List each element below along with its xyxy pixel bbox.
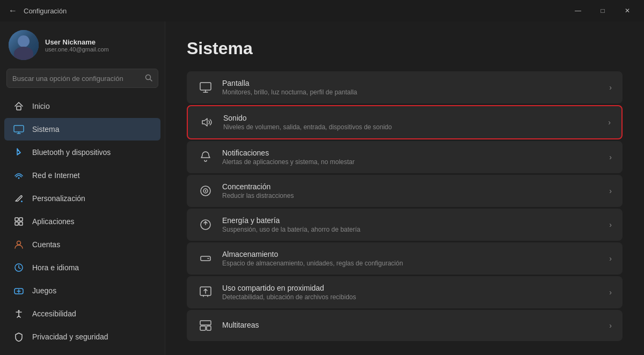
chevron-right-icon: ›: [609, 321, 612, 330]
content-area: Sistema Pantalla Monitores, brillo, luz …: [165, 21, 644, 355]
settings-item-title-concentracion: Concentración: [222, 182, 601, 191]
sidebar-item-label-accesibilidad: Accesibilidad: [32, 309, 76, 318]
sidebar-item-juegos[interactable]: Juegos: [4, 279, 160, 302]
apps-icon: [13, 216, 25, 227]
back-button[interactable]: ←: [9, 6, 17, 16]
home-icon: [13, 100, 25, 112]
settings-item-multitareas[interactable]: Multitareas ›: [187, 310, 623, 341]
shield-icon: [13, 331, 25, 343]
close-button[interactable]: ✕: [615, 2, 640, 19]
sidebar-item-accesibilidad[interactable]: Accesibilidad: [4, 302, 160, 325]
settings-item-text-compartido: Uso compartido en proximidad Detectabili…: [222, 284, 601, 301]
settings-item-text-sonido: Sonido Niveles de volumen, salida, entra…: [223, 114, 599, 131]
user-profile[interactable]: User Nickname user.one.40@gmail.com: [0, 21, 165, 66]
chevron-right-icon: ›: [609, 187, 612, 195]
svg-point-7: [21, 201, 23, 202]
settings-item-desc-sonido: Niveles de volumen, salida, entrada, dis…: [223, 123, 599, 131]
titlebar-left: ← Configuración: [9, 6, 67, 16]
svg-line-1: [150, 79, 152, 81]
svg-rect-2: [17, 106, 21, 110]
settings-item-energia[interactable]: Energía y batería Suspensión, uso de la …: [187, 209, 623, 241]
settings-item-concentracion[interactable]: Concentración Reducir las distracciones …: [187, 175, 623, 207]
chevron-right-icon: ›: [609, 254, 612, 263]
network-icon: [13, 169, 25, 181]
settings-item-desc-energia: Suspensión, uso de la batería, ahorro de…: [222, 226, 601, 233]
user-info: User Nickname user.one.40@gmail.com: [45, 38, 156, 53]
share-icon: [197, 284, 214, 300]
settings-item-title-compartido: Uso compartido en proximidad: [222, 284, 601, 292]
settings-item-desc-concentracion: Reducir las distracciones: [222, 192, 601, 199]
games-icon: [13, 285, 25, 297]
account-icon: [13, 239, 25, 250]
paint-icon: [13, 193, 25, 204]
svg-point-6: [18, 178, 20, 179]
sidebar-item-label-aplicaciones: Aplicaciones: [32, 217, 75, 226]
svg-point-17: [18, 310, 20, 312]
chevron-right-icon: ›: [609, 288, 612, 297]
settings-item-text-concentracion: Concentración Reducir las distracciones: [222, 182, 601, 199]
svg-rect-3: [14, 125, 24, 132]
svg-rect-30: [207, 326, 211, 330]
chevron-right-icon: ›: [609, 83, 612, 92]
titlebar-controls: — □ ✕: [566, 2, 640, 19]
titlebar: ← Configuración — □ ✕: [0, 0, 644, 21]
system-icon: [13, 123, 25, 135]
settings-item-notificaciones[interactable]: Notificaciones Alertas de aplicaciones y…: [187, 141, 623, 173]
settings-item-compartido[interactable]: Uso compartido en proximidad Detectabili…: [187, 276, 623, 308]
sidebar-item-label-personalizacion: Personalización: [32, 194, 85, 203]
settings-item-title-sonido: Sonido: [223, 114, 599, 122]
search-input[interactable]: [12, 75, 143, 83]
settings-item-text-notificaciones: Notificaciones Alertas de aplicaciones y…: [222, 149, 601, 166]
chevron-right-icon: ›: [609, 153, 612, 161]
settings-item-pantalla[interactable]: Pantalla Monitores, brillo, luz nocturna…: [187, 71, 623, 103]
settings-item-title-multitareas: Multitareas: [222, 321, 601, 329]
sidebar-item-label-inicio: Inicio: [32, 102, 50, 110]
sound-icon: [199, 114, 215, 130]
sidebar-item-hora[interactable]: Hora e idioma: [4, 256, 160, 279]
accessibility-icon: [13, 308, 25, 320]
svg-point-12: [17, 241, 21, 245]
svg-rect-18: [200, 83, 211, 90]
sidebar-item-inicio[interactable]: Inicio: [4, 95, 160, 117]
svg-rect-8: [15, 218, 18, 221]
settings-item-almacenamiento[interactable]: Almacenamiento Espacio de almacenamiento…: [187, 242, 623, 275]
settings-item-title-pantalla: Pantalla: [222, 79, 601, 87]
sidebar-item-cuentas[interactable]: Cuentas: [4, 233, 160, 256]
sidebar-item-label-hora: Hora e idioma: [32, 263, 79, 272]
maximize-button[interactable]: □: [590, 2, 615, 19]
settings-item-title-energia: Energía y batería: [222, 216, 601, 225]
bluetooth-icon: [13, 146, 25, 158]
sidebar-item-aplicaciones[interactable]: Aplicaciones: [4, 210, 160, 233]
bell-icon: [197, 149, 214, 165]
sidebar-item-label-red: Red e Internet: [32, 171, 80, 180]
settings-window: ← Configuración — □ ✕ User Nickname user…: [0, 0, 644, 355]
settings-item-text-pantalla: Pantalla Monitores, brillo, luz nocturna…: [222, 79, 601, 96]
main-layout: User Nickname user.one.40@gmail.com: [0, 21, 644, 355]
monitor-icon: [197, 79, 214, 95]
sidebar-item-bluetooth[interactable]: Bluetooth y dispositivos: [4, 141, 160, 164]
search-icon: [145, 74, 152, 83]
focus-icon: [197, 183, 214, 199]
sidebar-item-privacidad[interactable]: Privacidad y seguridad: [4, 326, 160, 348]
sidebar-item-sistema[interactable]: Sistema: [4, 118, 160, 140]
avatar: [9, 30, 39, 60]
sidebar-item-red[interactable]: Red e Internet: [4, 164, 160, 187]
clock-icon: [13, 262, 25, 273]
sidebar-item-personalizacion[interactable]: Personalización: [4, 187, 160, 210]
user-email: user.one.40@gmail.com: [45, 46, 156, 53]
settings-item-desc-almacenamiento: Espacio de almacenamiento, unidades, reg…: [222, 260, 601, 267]
settings-item-title-almacenamiento: Almacenamiento: [222, 250, 601, 258]
minimize-button[interactable]: —: [566, 2, 590, 19]
chevron-right-icon: ›: [609, 220, 612, 229]
svg-rect-29: [200, 326, 206, 330]
settings-item-sonido[interactable]: Sonido Niveles de volumen, salida, entra…: [187, 105, 623, 139]
search-box[interactable]: [6, 69, 158, 88]
titlebar-title: Configuración: [24, 7, 67, 15]
sidebar: User Nickname user.one.40@gmail.com: [0, 21, 165, 355]
page-title: Sistema: [187, 39, 623, 58]
chevron-right-icon: ›: [608, 118, 611, 127]
sidebar-item-label-privacidad: Privacidad y seguridad: [32, 332, 108, 341]
svg-rect-11: [19, 222, 23, 225]
sidebar-item-label-sistema: Sistema: [32, 125, 60, 134]
sidebar-item-label-cuentas: Cuentas: [32, 240, 60, 249]
